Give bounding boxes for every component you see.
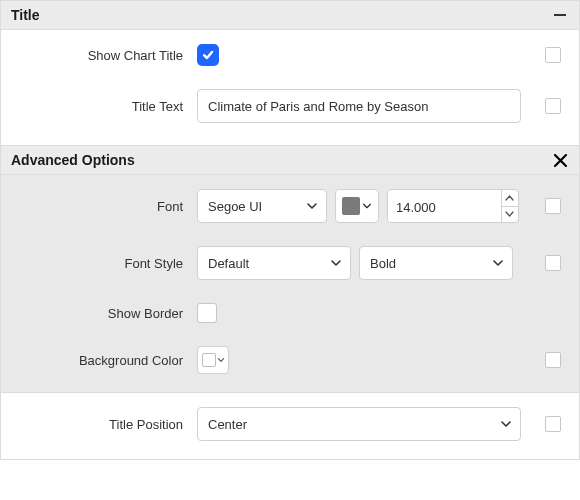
override-title-position-checkbox[interactable] bbox=[545, 416, 561, 432]
override-background-color-checkbox[interactable] bbox=[545, 352, 561, 368]
font-size-step-down[interactable] bbox=[502, 207, 518, 223]
show-chart-title-checkbox[interactable] bbox=[197, 44, 219, 66]
chevron-down-icon bbox=[362, 201, 372, 211]
show-border-checkbox[interactable] bbox=[197, 303, 217, 323]
svg-rect-0 bbox=[554, 14, 566, 16]
background-color-label: Background Color bbox=[11, 353, 197, 368]
font-style-value: Default bbox=[208, 256, 249, 271]
chevron-down-icon bbox=[330, 257, 342, 269]
chevron-down-icon bbox=[492, 257, 504, 269]
chevron-down-icon bbox=[306, 200, 318, 212]
title-text-label: Title Text bbox=[11, 99, 197, 114]
background-color-swatch bbox=[202, 353, 216, 367]
background-color-picker[interactable] bbox=[197, 346, 229, 374]
override-font-style-checkbox[interactable] bbox=[545, 255, 561, 271]
close-advanced-icon[interactable] bbox=[551, 151, 569, 169]
override-font-checkbox[interactable] bbox=[545, 198, 561, 214]
font-style-select[interactable]: Default bbox=[197, 246, 351, 280]
title-section-header: Title bbox=[1, 1, 579, 30]
font-weight-select[interactable]: Bold bbox=[359, 246, 513, 280]
show-chart-title-label: Show Chart Title bbox=[11, 48, 197, 63]
title-position-value: Center bbox=[208, 417, 247, 432]
font-family-value: Segoe UI bbox=[208, 199, 262, 214]
advanced-section-label: Advanced Options bbox=[11, 152, 135, 168]
font-label: Font bbox=[11, 199, 197, 214]
title-text-input[interactable] bbox=[197, 89, 521, 123]
show-border-label: Show Border bbox=[11, 306, 197, 321]
font-family-select[interactable]: Segoe UI bbox=[197, 189, 327, 223]
title-section-label: Title bbox=[11, 7, 40, 23]
override-show-title-checkbox[interactable] bbox=[545, 47, 561, 63]
font-style-label: Font Style bbox=[11, 256, 197, 271]
font-size-step-up[interactable] bbox=[502, 190, 518, 207]
font-size-spinner[interactable] bbox=[387, 189, 519, 223]
font-size-input[interactable] bbox=[388, 190, 501, 223]
collapse-title-icon[interactable] bbox=[551, 6, 569, 24]
chevron-down-icon bbox=[500, 418, 512, 430]
title-position-label: Title Position bbox=[11, 417, 197, 432]
font-weight-value: Bold bbox=[370, 256, 396, 271]
font-color-swatch bbox=[342, 197, 360, 215]
override-title-text-checkbox[interactable] bbox=[545, 98, 561, 114]
font-color-picker[interactable] bbox=[335, 189, 379, 223]
advanced-section-header: Advanced Options bbox=[1, 145, 579, 175]
chevron-down-icon bbox=[217, 356, 225, 364]
title-position-select[interactable]: Center bbox=[197, 407, 521, 441]
